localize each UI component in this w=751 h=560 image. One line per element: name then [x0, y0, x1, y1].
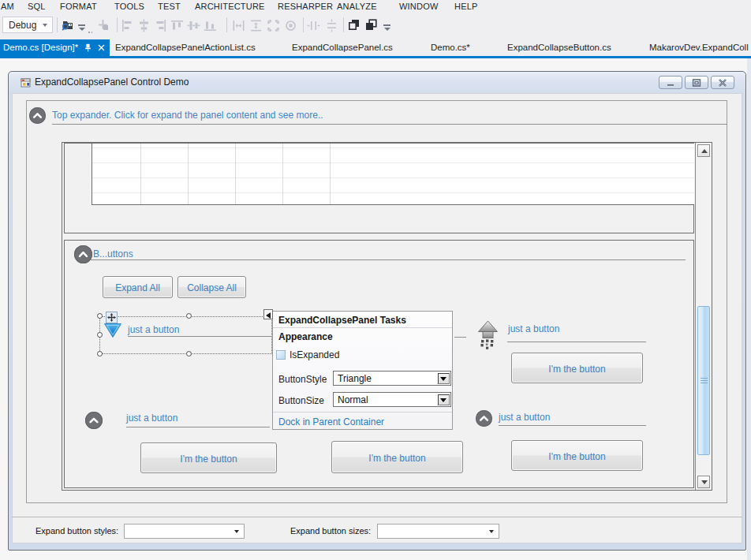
data-grid[interactable]	[92, 144, 694, 205]
bring-to-front-icon[interactable]	[347, 18, 361, 32]
tab-demo-cs[interactable]: Demo.cs*	[431, 43, 470, 52]
form-client-area: Top expander. Click for expand the panel…	[12, 93, 742, 543]
im-the-button-bottom-middle[interactable]: I'm the button	[331, 441, 463, 473]
bottom-right-header-line	[499, 425, 646, 426]
bottom-right-expander-toggle-button[interactable]	[476, 410, 492, 427]
triangle-down-icon	[234, 530, 239, 533]
make-same-width-icon	[232, 19, 245, 32]
close-icon[interactable]	[98, 44, 105, 51]
selection-handle-top-left[interactable]	[97, 313, 103, 319]
triangle-expand-button[interactable]	[103, 323, 122, 338]
buttons-expander-label[interactable]: B...uttons	[93, 248, 133, 259]
chevron-down-icon	[43, 24, 47, 27]
toolbar-separator	[117, 17, 118, 32]
menu-item-analyze[interactable]: ANALYZE	[337, 2, 377, 11]
debug-combo-value: Debug	[9, 20, 36, 31]
chevron-up-icon	[85, 412, 103, 429]
find-in-files-icon[interactable]	[61, 18, 74, 32]
expand-button-styles-label: Expand button styles:	[35, 526, 118, 536]
hidden-expander-header-line	[454, 337, 466, 338]
menu-item-tools[interactable]: TOOLS	[114, 2, 144, 11]
scroll-up-button[interactable]	[697, 144, 710, 157]
selection-handle-bottom-middle[interactable]	[186, 351, 192, 357]
dock-in-parent-link[interactable]: Dock in Parent Container	[278, 416, 384, 427]
expand-all-button[interactable]: Expand All	[103, 276, 173, 298]
tab-expandcollapsebutton[interactable]: ExpandCollapseButton.cs	[507, 43, 611, 52]
expand-button-styles-combo[interactable]	[124, 524, 245, 539]
arrow-expander-label[interactable]: just a button	[508, 323, 559, 334]
send-to-back-icon[interactable]	[364, 18, 378, 32]
toolbar-separator	[303, 17, 304, 32]
scroll-down-button[interactable]	[697, 476, 710, 488]
bottom-left-expander-toggle-button[interactable]	[85, 412, 103, 429]
combo-dropdown-button[interactable]	[437, 372, 450, 384]
selected-expander-label[interactable]: just a button	[128, 324, 179, 335]
winform-icon	[21, 77, 32, 88]
minimize-button[interactable]	[659, 76, 682, 89]
magic-arrow-expand-button[interactable]	[477, 320, 499, 350]
bottom-left-expander-label[interactable]: just a button	[126, 413, 177, 424]
menu-item-architecture[interactable]: ARCHITECTURE	[195, 2, 265, 11]
smart-tag-task-panel: ExpandCollapsePanel Tasks Appearance IsE…	[272, 311, 453, 430]
align-centers-icon	[137, 19, 151, 32]
menu-item-test[interactable]: TEST	[158, 2, 181, 11]
form-title-bar[interactable]: ExpandCollapsePanel Control Demo	[9, 72, 745, 93]
toolbar-overflow-icon[interactable]	[78, 24, 85, 31]
separator	[273, 327, 452, 328]
scrollbar-thumb[interactable]	[697, 306, 710, 455]
bottom-left-header-line	[126, 427, 270, 427]
buttonsize-value: Normal	[338, 394, 368, 405]
document-tab-strip: Demo.cs [Design]* ExpandCollapsePanelAct…	[0, 35, 751, 56]
menu-item-help[interactable]: HELP	[454, 2, 478, 11]
im-the-button-bottom-left[interactable]: I'm the button	[140, 442, 277, 473]
menu-item-sql[interactable]: SQL	[28, 2, 46, 11]
menu-item-team[interactable]: AM	[1, 2, 14, 11]
toolbar-overflow-icon[interactable]	[383, 24, 390, 31]
buttonsize-combo[interactable]: Normal	[333, 392, 451, 407]
selection-handle-bottom-left[interactable]	[97, 351, 103, 357]
buttonstyle-combo[interactable]: Triangle	[333, 371, 451, 386]
form-window: ExpandCollapsePanel Control Demo	[8, 71, 746, 551]
maximize-button[interactable]	[685, 76, 708, 89]
menu-item-resharper[interactable]: RESHARPER	[278, 2, 333, 11]
chevron-up-icon	[29, 107, 46, 124]
expand-button-sizes-combo[interactable]	[377, 524, 499, 539]
selection-handle-middle-left[interactable]	[97, 332, 103, 338]
move-handle-icon[interactable]	[106, 312, 118, 323]
im-the-button-top-right[interactable]: I'm the button	[511, 353, 643, 383]
align-bottoms-icon	[204, 19, 217, 32]
pin-icon[interactable]	[84, 43, 92, 52]
menu-item-window[interactable]: WINDOW	[399, 2, 438, 11]
isexpanded-checkbox[interactable]	[276, 350, 286, 360]
close-button[interactable]	[711, 76, 734, 89]
top-expander-header-line	[52, 124, 727, 125]
align-rights-icon	[154, 19, 167, 32]
im-the-button-bottom-right[interactable]: I'm the button	[511, 440, 643, 471]
smart-tag-glyph[interactable]	[263, 309, 273, 319]
selection-handle-top-middle[interactable]	[186, 313, 192, 319]
debug-configuration-combo[interactable]: Debug	[2, 17, 53, 33]
menu-item-format[interactable]: FORMAT	[60, 2, 97, 11]
collapse-all-button[interactable]: Collapse All	[177, 276, 246, 298]
align-tops-icon	[170, 19, 184, 32]
chevron-up-icon	[476, 410, 492, 427]
top-expander-toggle-button[interactable]	[29, 107, 46, 124]
toolbar-separator	[343, 17, 344, 32]
bottom-right-expander-label[interactable]: just a button	[499, 412, 550, 423]
tab-makarovdev[interactable]: MakarovDev.ExpandColl	[649, 43, 749, 52]
bottom-separator-line	[12, 517, 742, 517]
combo-dropdown-button[interactable]	[437, 394, 450, 405]
buttonstyle-value: Triangle	[338, 373, 372, 384]
tab-expandcollapsepanel[interactable]: ExpandCollapsePanel.cs	[292, 43, 393, 52]
tab-label: Demo.cs [Design]*	[3, 43, 78, 52]
grid-holder-panel	[64, 143, 694, 233]
isexpanded-label: IsExpanded	[290, 349, 339, 360]
top-expander-label[interactable]: Top expander. Click for expand the panel…	[52, 110, 323, 121]
chevron-up-icon	[74, 245, 92, 263]
triangle-up-icon	[701, 149, 708, 153]
buttons-expander-toggle-button[interactable]	[74, 245, 92, 263]
make-same-size-icon	[267, 19, 280, 32]
vertical-scrollbar[interactable]	[695, 143, 711, 490]
tab-expandcollapsepanelactionlist[interactable]: ExpandCollapsePanelActionList.cs	[115, 43, 256, 52]
tab-demo-design[interactable]: Demo.cs [Design]*	[0, 39, 110, 56]
